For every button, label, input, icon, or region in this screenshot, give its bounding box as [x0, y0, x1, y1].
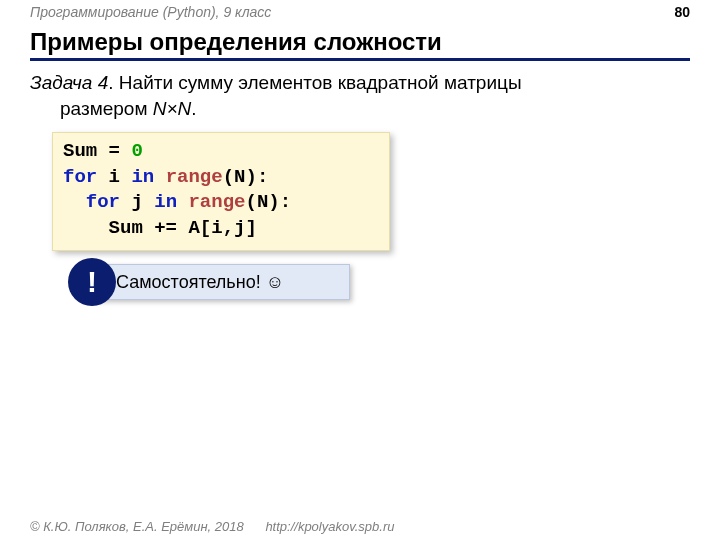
code-l3-range: range [188, 191, 245, 213]
task-text: Задача 4. Найти сумму элементов квадратн… [30, 70, 690, 121]
code-l2-i: i [97, 166, 131, 188]
footer-url: http://kpolyakov.spb.ru [265, 519, 394, 534]
slide: Программирование (Python), 9 класс 80 Пр… [0, 0, 720, 540]
footer-copyright: © К.Ю. Поляков, Е.А. Ерёмин, 2018 [30, 519, 244, 534]
callout-box: Самостоятельно! ☺ [95, 264, 350, 300]
task-line2: размером [60, 98, 153, 119]
code-l3-j: j [120, 191, 154, 213]
code-l2-tail: (N): [223, 166, 269, 188]
code-l3-in: in [154, 191, 177, 213]
code-l2-in: in [131, 166, 154, 188]
task-period: . [191, 98, 196, 119]
code-l1-num: 0 [131, 140, 142, 162]
code-l3-indent [63, 191, 86, 213]
code-l2-sp [154, 166, 165, 188]
task-line1: . Найти сумму элементов квадратной матри… [108, 72, 521, 93]
course-header: Программирование (Python), 9 класс [30, 4, 271, 20]
code-l1-eq: = [97, 140, 131, 162]
code-l1-var: Sum [63, 140, 97, 162]
code-l3-sp [177, 191, 188, 213]
code-l3-tail: (N): [245, 191, 291, 213]
task-label: Задача 4 [30, 72, 108, 93]
code-l3-for: for [86, 191, 120, 213]
page-title: Примеры определения сложности [30, 28, 690, 61]
exclamation-icon: ! [68, 258, 116, 306]
footer: © К.Ю. Поляков, Е.А. Ерёмин, 2018 http:/… [30, 519, 394, 534]
code-l2-range: range [166, 166, 223, 188]
callout-text: Самостоятельно! ☺ [116, 272, 284, 293]
code-l4: Sum += A[i,j] [63, 217, 257, 239]
task-size: N×N [153, 98, 192, 119]
page-number: 80 [674, 4, 690, 20]
code-block: Sum = 0 for i in range(N): for j in rang… [52, 132, 390, 251]
code-l2-for: for [63, 166, 97, 188]
